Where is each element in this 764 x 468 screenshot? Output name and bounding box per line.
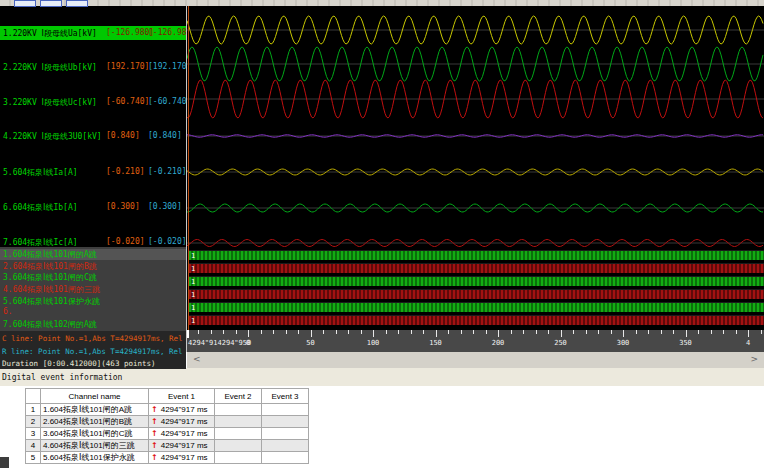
duration-status: Duration [0:00.412000](463 points) [2,359,156,368]
ruler-origin-label: 4294"914294"950 [188,339,251,347]
r-cursor-value: [0.840] [148,131,182,140]
ruler-tick [536,330,537,334]
row-num: 4 [26,440,41,452]
event1-time: 4294"917 ms [161,405,208,414]
row-event1: ↑4294"917 ms [149,428,215,440]
ruler-tick [648,330,649,334]
c-cursor-value: [-0.210] [106,167,145,176]
event1-time: 4294"917 ms [161,453,208,462]
waveform-panel: 1.220KV Ⅰ段母线Ua[kV] [-126.980] [-126.980]… [0,6,764,352]
horizontal-scrollbar[interactable]: < > [187,352,764,368]
ruler-tick [636,330,637,334]
event-up-arrow-icon: ↑ [151,405,158,414]
event-section-title: Digital event information [2,373,122,382]
toolbar-button-3[interactable] [66,0,88,7]
r-cursor-value: [-0.210] [148,167,187,176]
ruler-tick [423,330,424,334]
app-window: 1.220KV Ⅰ段母线Ua[kV] [-126.980] [-126.980]… [0,0,764,468]
row-event3 [262,452,309,464]
row-num: 3 [26,428,41,440]
scroll-left-icon[interactable]: < [193,354,201,364]
time-cursor-line[interactable] [188,6,189,330]
ruler-tick-label: 100 [367,339,380,347]
analog-channel-1[interactable]: 1.220KV Ⅰ段母线Ua[kV] [-126.980] [-126.980] [0,28,186,40]
ruler-tick [511,330,512,334]
ruler-tick [561,330,562,337]
row-event3 [262,416,309,428]
row-channel-name: 2.604拓泉Ⅰ线101闸的B跳 [41,416,149,428]
header-event1: Event 1 [149,389,215,404]
ruler-tick-label: 350 [679,339,692,347]
row-event3 [262,440,309,452]
ruler-tick [273,330,274,334]
digital-channel-1[interactable]: 1.604拓泉Ⅰ线101闸的A跳 [0,249,186,260]
cursor-status-box: C line: Point No.=1,Abs T=4294917ms, Rel… [0,331,186,369]
toolbar-button-2[interactable] [40,0,62,7]
event-section-header: Digital event information [0,368,764,386]
event-table-area: Channel name Event 1 Event 2 Event 3 1 1… [0,386,764,468]
ruler-tick [548,330,549,334]
ruler-tick [223,330,224,334]
analog-channel-4[interactable]: 4.220KV Ⅰ段母线3U0[kV] [0.840] [0.840] [0,131,186,143]
table-row[interactable]: 2 2.604拓泉Ⅰ线101闸的B跳 ↑4294"917 ms [26,416,309,428]
ruler-tick [473,330,474,334]
ruler-tick [361,330,362,334]
c-cursor-value: [0.840] [106,131,140,140]
ruler-tick [698,330,699,334]
row-event2 [215,452,262,464]
waveform-plot[interactable]: 111111 4294"914294"950 05010015020025030… [187,6,764,352]
r-cursor-value: [-0.020] [148,237,187,246]
c-cursor-value: [0.300] [106,202,140,211]
ruler-tick [386,330,387,334]
digital-state-bar-4: 1 [189,289,764,299]
header-num [26,389,41,404]
row-channel-name: 4.604拓泉Ⅰ线101闸的三跳 [41,440,149,452]
table-row[interactable]: 3 3.604拓泉Ⅰ线101闸的C跳 ↑4294"917 ms [26,428,309,440]
ruler-tick [573,330,574,334]
digital-channel-3[interactable]: 3.604拓泉Ⅰ线101闸的C跳 [0,272,186,283]
ruler-tick [748,330,749,337]
analog-channel-6[interactable]: 6.604拓泉Ⅰ线Ib[A] [0.300] [0.300] [0,202,186,214]
channel-label-column: 1.220KV Ⅰ段母线Ua[kV] [-126.980] [-126.980]… [0,6,186,352]
ruler-tick [286,330,287,334]
ruler-tick-label: 200 [492,339,505,347]
event1-time: 4294"917 ms [161,429,208,438]
digital-state-bar-1: 1 [189,250,764,260]
event-up-arrow-icon: ↑ [151,453,158,462]
table-row[interactable]: 1 1.604拓泉Ⅰ线101闸的A跳 ↑4294"917 ms [26,404,309,416]
ruler-cursor-marker [187,330,189,338]
table-row[interactable]: 5 5.604拓泉Ⅰ线101保护永跳 ↑4294"917 ms [26,452,309,464]
digital-channel-5[interactable]: 5.604拓泉Ⅰ线101保护永跳 [0,296,186,307]
ruler-tick-label: 0 [246,339,250,347]
row-event1: ↑4294"917 ms [149,416,215,428]
ruler-tick [498,330,499,337]
digital-channel-7[interactable]: 7.604拓泉Ⅰ线102闸的A跳 [0,319,186,330]
analog-channel-2[interactable]: 2.220KV Ⅰ段母线Ub[kV] [192.170] [192.170] [0,62,186,74]
ruler-tick [723,330,724,334]
digital-channel-2[interactable]: 2.604拓泉Ⅰ线101闸的B跳 [0,261,186,272]
event1-time: 4294"917 ms [161,417,208,426]
toolbar-button-1[interactable] [14,0,36,7]
digital-channel-4[interactable]: 4.604拓泉Ⅰ线101闸的三跳 [0,284,186,295]
channel-label: 6.604拓泉Ⅰ线Ib[A] [3,202,78,213]
scroll-right-icon[interactable]: > [750,354,758,364]
ruler-tick [448,330,449,334]
ruler-tick [398,330,399,334]
ruler-tick-label: 150 [429,339,442,347]
ruler-tick [673,330,674,334]
digital-channel-labels: 1.604拓泉Ⅰ线101闸的A跳 2.604拓泉Ⅰ线101闸的B跳 3.604拓… [0,247,186,331]
ruler-tick [198,330,199,334]
analog-channel-3[interactable]: 3.220KV Ⅰ段母线Uc[kV] [-60.740] [-60.740] [0,97,186,109]
ruler-tick [348,330,349,334]
channel-label: 2.220KV Ⅰ段母线Ub[kV] [3,62,97,73]
row-event1: ↑4294"917 ms [149,404,215,416]
ruler-tick [623,330,624,337]
row-event3 [262,404,309,416]
table-header-row: Channel name Event 1 Event 2 Event 3 [26,389,309,404]
digital-channel-6[interactable]: 6. [0,307,186,318]
scroll-corner [0,457,9,468]
table-row[interactable]: 4 4.604拓泉Ⅰ线101闸的三跳 ↑4294"917 ms [26,440,309,452]
ruler-tick [611,330,612,334]
time-ruler[interactable]: 4294"914294"950 0501001502002503003504 [187,330,764,352]
analog-channel-5[interactable]: 5.604拓泉Ⅰ线Ia[A] [-0.210] [-0.210] [0,167,186,179]
